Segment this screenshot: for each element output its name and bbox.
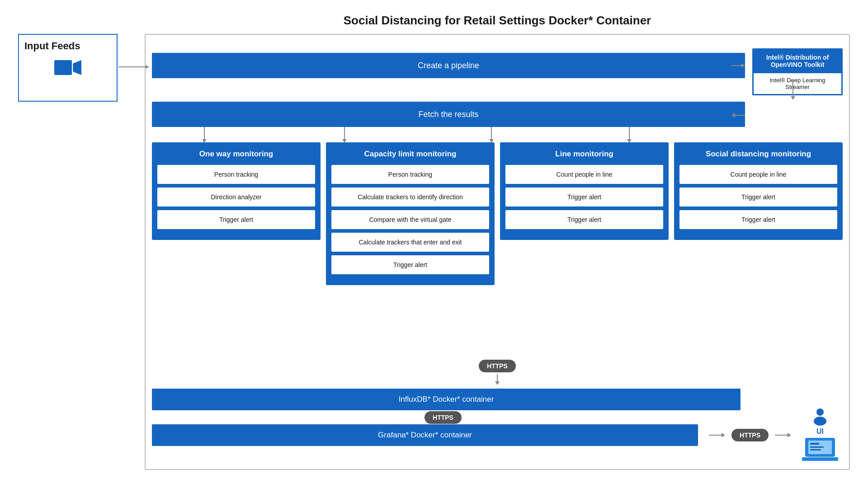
step-line-3: Trigger alert [505,210,663,229]
https-badge-3: HTTPS [731,429,769,441]
input-feeds-box: Input Feeds [18,34,118,102]
ui-label: UI [816,427,824,436]
step-social-2: Trigger alert [679,188,837,206]
svg-rect-30 [810,443,819,445]
svg-point-26 [816,408,824,416]
main-container: Social Distancing for Retail Settings Do… [9,9,859,479]
svg-rect-0 [54,60,72,75]
svg-marker-9 [731,113,735,117]
svg-marker-23 [722,433,725,437]
section-title-capacity: Capacity limit monitoring [364,150,456,159]
step-capacity-1: Person tracking [331,165,489,184]
grafana-row: Grafana* Docker* container HTTPS UI [152,408,843,463]
step-oneway-2: Direction analyzer [157,188,315,206]
section-title-line: Line monitoring [555,150,613,159]
intel-header: Intel® Distribution of OpenVINO Toolkit [753,49,842,73]
monitoring-section-social: Social distancing monitoring Count peopl… [674,142,843,240]
svg-marker-7 [791,96,795,100]
monitoring-section-oneway: One way monitoring Person tracking Direc… [152,142,321,240]
svg-point-27 [814,417,826,426]
step-capacity-3: Compare with the virtual gate [331,210,489,229]
step-capacity-5: Trigger alert [331,255,489,274]
arrow-grafana-to-https [709,431,725,440]
monitoring-section-capacity: Capacity limit monitoring Person trackin… [326,142,495,285]
arrow-https3-to-ui [775,431,791,440]
step-social-1: Count people in line [679,165,837,184]
results-bar: Fetch the results [152,102,745,127]
influxdb-bar: InfluxDB* Docker* container [152,389,741,410]
ui-section: UI [797,408,843,463]
pipeline-bar: Create a pipeline [152,53,745,78]
page-title: Social Distancing for Retail Settings Do… [145,14,850,28]
arrow-https1-down [493,374,502,385]
monitoring-sections: One way monitoring Person tracking Direc… [152,142,843,285]
intel-box: Intel® Distribution of OpenVINO Toolkit … [752,48,843,95]
step-line-1: Count people in line [505,165,663,184]
https-badge-1-area: HTTPS [146,360,849,385]
monitoring-section-line: Line monitoring Count people in line Tri… [500,142,669,240]
grafana-bar: Grafana* Docker* container [152,424,698,446]
arrow-pipeline-to-intel [731,61,745,70]
svg-marker-1 [73,60,81,75]
svg-marker-25 [788,433,791,437]
svg-marker-19 [495,381,500,385]
step-capacity-4: Calculate trackers that enter and exit [331,233,489,252]
laptop-icon [802,437,838,463]
step-capacity-2: Calculate trackers to identify direction [331,188,489,206]
section-title-oneway: One way monitoring [199,150,273,159]
section-title-social: Social distancing monitoring [706,150,811,159]
svg-rect-32 [810,449,821,450]
arrow-results-to-line [487,127,496,143]
step-oneway-3: Trigger alert [157,210,315,229]
arrow-intel-to-results [788,81,797,100]
arrow-results-to-oneway [200,127,209,143]
https-badge-1: HTTPS [479,360,516,372]
step-oneway-1: Person tracking [157,165,315,184]
docker-container-outline: Create a pipeline Intel® Distribution of… [145,34,850,470]
arrow-results-to-capacity [340,127,349,143]
video-camera-icon [54,58,81,78]
svg-marker-5 [741,63,745,68]
svg-rect-31 [810,446,824,448]
person-icon [811,408,829,426]
arrow-intel-to-results-left [731,111,745,120]
step-line-2: Trigger alert [505,188,663,206]
intel-body: Intel® Deep Learning Streamer [753,73,842,94]
arrow-results-to-social [625,127,634,143]
svg-rect-33 [802,457,838,461]
step-social-3: Trigger alert [679,210,837,229]
input-feeds-label: Input Feeds [24,40,80,52]
